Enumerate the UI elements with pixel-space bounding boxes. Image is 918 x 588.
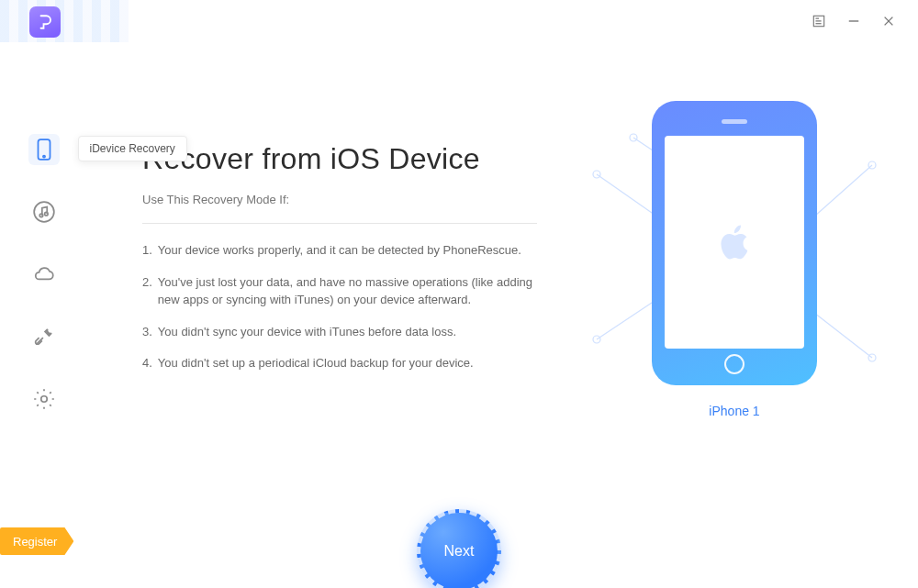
- svg-rect-7: [38, 139, 50, 160]
- music-note-icon: [32, 200, 56, 224]
- title-bar-left: [0, 0, 129, 42]
- window-controls: [812, 14, 918, 28]
- sidebar-item-icloud[interactable]: [28, 259, 60, 290]
- sidebar-tooltip: iDevice Recovery: [78, 136, 187, 161]
- svg-point-22: [630, 134, 637, 141]
- svg-point-21: [868, 354, 876, 361]
- apple-logo-icon: [711, 218, 758, 266]
- sidebar: iDevice Recovery: [0, 42, 87, 588]
- list-item: 3.You didn't sync your device with iTune…: [142, 324, 537, 341]
- next-button[interactable]: Next: [417, 509, 501, 588]
- phone-speaker: [722, 119, 747, 124]
- list-number: 3.: [142, 324, 152, 341]
- list-item: 2.You've just lost your data, and have n…: [142, 274, 537, 309]
- device-name[interactable]: iPhone 1: [709, 404, 759, 418]
- sidebar-item-settings[interactable]: [28, 383, 60, 415]
- list-text: You didn't set up a periodical iCloud ba…: [158, 355, 474, 372]
- list-text: You didn't sync your device with iTunes …: [158, 324, 456, 341]
- register-button[interactable]: Register: [0, 527, 73, 555]
- sidebar-item-idevice[interactable]: iDevice Recovery: [28, 134, 60, 165]
- device-illustration: [652, 101, 817, 385]
- svg-point-19: [593, 336, 600, 343]
- divider: [142, 223, 537, 224]
- svg-rect-3: [816, 23, 822, 24]
- phone-icon: [32, 138, 56, 161]
- conditions-list: 1.Your device works properly, and it can…: [142, 242, 537, 372]
- device-panel: iPhone 1: [578, 101, 890, 431]
- phone-screen: [665, 136, 804, 349]
- title-bar: [0, 0, 918, 42]
- svg-point-8: [42, 156, 44, 158]
- app-logo: [0, 0, 129, 42]
- svg-point-20: [868, 161, 876, 169]
- list-number: 1.: [142, 242, 152, 260]
- list-item: 1.Your device works properly, and it can…: [142, 242, 537, 260]
- menu-icon[interactable]: [812, 14, 826, 28]
- minimize-icon[interactable]: [846, 14, 861, 28]
- sidebar-item-itunes[interactable]: [28, 196, 60, 227]
- phone-home-button: [724, 354, 744, 374]
- svg-point-12: [40, 396, 47, 403]
- list-text: Your device works properly, and it can b…: [158, 242, 521, 260]
- svg-point-18: [593, 171, 600, 178]
- app-logo-badge: [29, 6, 61, 38]
- list-number: 4.: [142, 355, 152, 372]
- cloud-icon: [32, 262, 56, 286]
- close-icon[interactable]: [881, 14, 896, 28]
- svg-rect-1: [816, 18, 820, 19]
- list-number: 2.: [142, 274, 152, 309]
- sidebar-item-tools[interactable]: [28, 321, 60, 352]
- list-item: 4.You didn't set up a periodical iCloud …: [142, 355, 537, 372]
- svg-point-11: [44, 212, 47, 215]
- list-text: You've just lost your data, and have no …: [158, 274, 537, 309]
- svg-point-9: [34, 202, 54, 222]
- svg-rect-2: [816, 20, 822, 21]
- gear-icon: [32, 387, 56, 411]
- tools-icon: [32, 325, 56, 349]
